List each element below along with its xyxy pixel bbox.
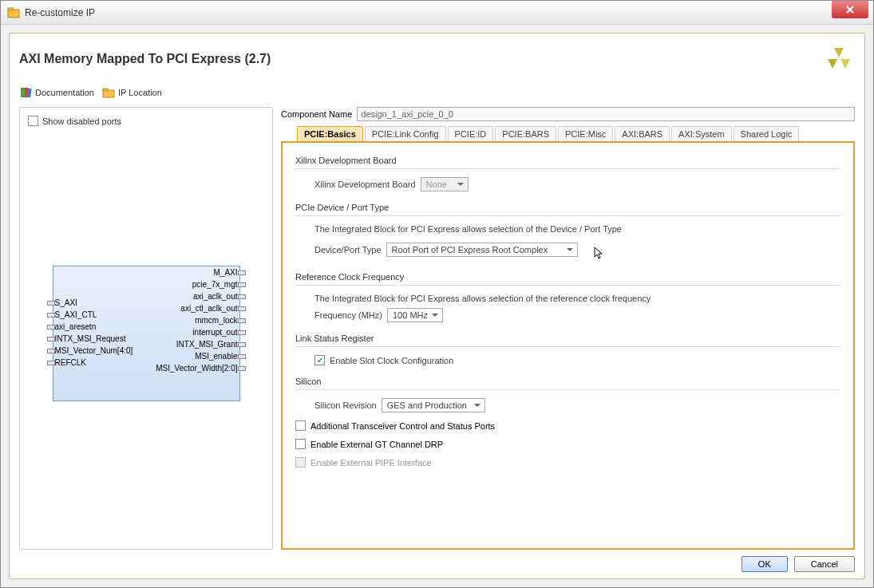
cancel-button[interactable]: Cancel <box>794 556 855 572</box>
frequency-label: Frequency (MHz) <box>314 310 382 320</box>
tab-pcie-misc[interactable]: PCIE:Misc <box>558 126 613 141</box>
port: INTX_MSI_Grant <box>156 340 237 349</box>
input-ports: S_AXI S_AXI_CTL axi_aresetn INTX_MSI_Req… <box>55 298 133 367</box>
tab-shared-logic[interactable]: Shared Logic <box>734 126 800 141</box>
checkbox-icon <box>28 116 38 126</box>
ip-location-label: IP Location <box>118 88 162 97</box>
port: M_AXI <box>156 268 237 277</box>
port: axi_ctl_aclk_out <box>156 304 237 313</box>
port: MSI_enable <box>156 352 237 361</box>
frequency-select[interactable]: 100 MHz <box>387 308 443 322</box>
checkbox-icon <box>295 420 306 431</box>
section-port-type-title: PCIe Device / Port Type <box>295 203 840 212</box>
port-type-label: Device/Port Type <box>314 245 382 255</box>
port: mmcm_lock <box>156 316 237 325</box>
checkbox-checked-icon: ✔ <box>314 355 325 365</box>
addl-transceiver-label: Additional Transceiver Control and Statu… <box>310 421 495 431</box>
section-silicon-title: Silicon <box>295 377 840 386</box>
silicon-rev-label: Silicon Revision <box>314 401 377 410</box>
port: S_AXI <box>55 298 133 307</box>
tab-pcie-id[interactable]: PCIE:ID <box>448 126 494 141</box>
show-disabled-ports-checkbox[interactable]: Show disabled ports <box>28 116 264 126</box>
checkbox-icon <box>295 439 306 449</box>
ext-gt-drp-checkbox[interactable]: Enable External GT Channel DRP <box>295 439 840 449</box>
port: INTX_MSI_Request <box>55 334 133 343</box>
ip-block: S_AXI S_AXI_CTL axi_aresetn INTX_MSI_Req… <box>53 266 240 401</box>
port: axi_aresetn <box>55 322 133 331</box>
tab-bar: PCIE:Basics PCIE:Link Config PCIE:ID PCI… <box>281 126 855 141</box>
show-disabled-ports-label: Show disabled ports <box>42 116 121 126</box>
svg-marker-4 <box>840 59 850 69</box>
footer: OK Cancel <box>16 550 858 572</box>
ext-pipe-label: Enable External PIPE Interface <box>310 458 432 468</box>
tab-pcie-bars[interactable]: PCIE:BARS <box>495 126 556 141</box>
port: REFCLK <box>55 358 133 367</box>
tab-axi-system[interactable]: AXI:System <box>671 126 731 141</box>
port-type-desc: The Integrated Block for PCI Express all… <box>314 224 840 234</box>
vivado-logo-icon <box>823 43 855 75</box>
port: pcie_7x_mgt <box>156 280 237 289</box>
tab-pcie-link-config[interactable]: PCIE:Link Config <box>365 126 446 141</box>
port: S_AXI_CTL <box>55 310 133 319</box>
book-icon <box>19 86 32 99</box>
output-ports: M_AXI pcie_7x_mgt axi_aclk_out axi_ctl_a… <box>156 268 237 373</box>
window-title: Re-customize IP <box>25 7 832 18</box>
right-panel: Component Name PCIE:Basics PCIE:Link Con… <box>281 107 855 550</box>
svg-rect-9 <box>103 89 108 91</box>
block-diagram: S_AXI S_AXI_CTL axi_aresetn INTX_MSI_Req… <box>28 126 264 541</box>
component-name-label: Component Name <box>281 109 352 119</box>
page-title: AXI Memory Mapped To PCI Express (2.7) <box>19 52 823 66</box>
header: AXI Memory Mapped To PCI Express (2.7) <box>16 40 858 85</box>
divider <box>295 168 840 169</box>
divider <box>295 389 840 390</box>
port: interrupt_out <box>156 328 237 337</box>
ok-button[interactable]: OK <box>742 556 788 572</box>
section-dev-board-title: Xilinx Development Board <box>295 156 840 165</box>
recustomize-ip-window: Re-customize IP AXI Memory Mapped To PCI… <box>0 0 874 588</box>
component-name-row: Component Name <box>281 107 855 121</box>
port-type-select[interactable]: Root Port of PCI Express Root Complex <box>386 243 578 257</box>
svg-marker-2 <box>834 48 844 57</box>
toolbar: Documentation IP Location <box>16 85 858 107</box>
dev-board-select[interactable]: None <box>421 177 469 191</box>
divider <box>295 285 840 286</box>
component-name-field[interactable] <box>357 107 855 121</box>
port: axi_aclk_out <box>156 292 237 301</box>
svg-rect-1 <box>8 8 13 10</box>
ext-gt-drp-label: Enable External GT Channel DRP <box>310 440 443 449</box>
cursor-icon <box>594 247 605 261</box>
slot-clock-label: Enable Slot Clock Configuration <box>330 356 453 365</box>
tab-pcie-basics[interactable]: PCIE:Basics <box>297 126 363 141</box>
dev-board-label: Xilinx Development Board <box>314 180 416 189</box>
section-refclk-title: Reference Clock Frequency <box>295 272 840 282</box>
port: MSI_Vector_Width[2:0] <box>156 364 237 373</box>
divider <box>295 215 840 216</box>
main-area: Show disabled ports S_AXI S_AXI_CTL axi_… <box>16 107 858 550</box>
tab-content: Xilinx Development Board Xilinx Developm… <box>281 141 855 550</box>
silicon-rev-select[interactable]: GES and Production <box>382 398 485 412</box>
ip-location-link[interactable]: IP Location <box>102 86 162 99</box>
ext-pipe-checkbox: Enable External PIPE Interface <box>295 457 840 468</box>
left-panel: Show disabled ports S_AXI S_AXI_CTL axi_… <box>19 107 273 550</box>
close-icon <box>845 5 855 14</box>
folder-icon <box>102 86 115 99</box>
tab-axi-bars[interactable]: AXI:BARS <box>615 126 670 141</box>
addl-transceiver-checkbox[interactable]: Additional Transceiver Control and Statu… <box>295 420 840 431</box>
documentation-label: Documentation <box>35 88 94 97</box>
divider <box>295 346 840 347</box>
app-icon <box>7 6 20 19</box>
port: MSI_Vector_Num[4:0] <box>55 346 133 355</box>
refclk-desc: The Integrated Block for PCI Express all… <box>314 294 840 303</box>
slot-clock-checkbox[interactable]: ✔ Enable Slot Clock Configuration <box>314 355 840 365</box>
svg-rect-5 <box>21 88 25 97</box>
documentation-link[interactable]: Documentation <box>19 86 94 99</box>
section-link-status-title: Link Status Register <box>295 333 840 343</box>
checkbox-disabled-icon <box>295 457 306 468</box>
content-pane: AXI Memory Mapped To PCI Express (2.7) D… <box>9 33 865 579</box>
titlebar: Re-customize IP <box>1 1 873 25</box>
close-button[interactable] <box>832 1 868 18</box>
svg-marker-3 <box>828 59 837 69</box>
